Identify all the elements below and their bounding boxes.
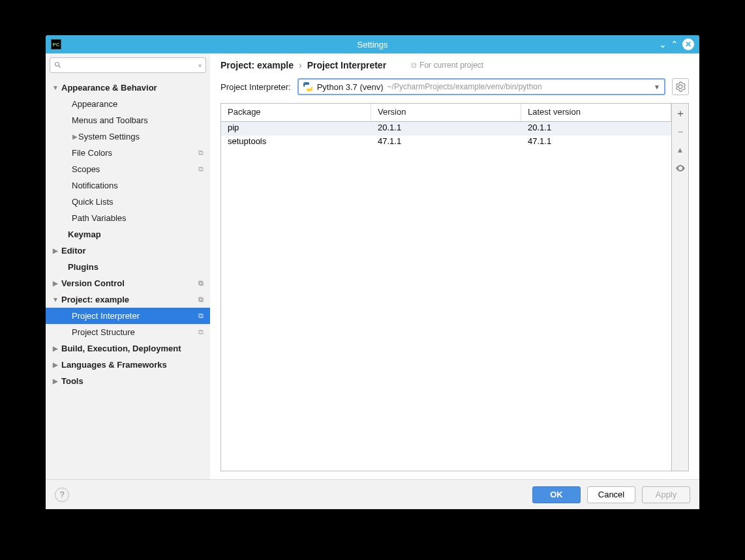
gear-icon xyxy=(675,81,686,92)
cancel-button[interactable]: Cancel xyxy=(587,486,635,503)
help-button[interactable]: ? xyxy=(55,488,69,502)
interpreter-name: Python 3.7 (venv) xyxy=(317,82,384,92)
tree-item-quick-lists[interactable]: Quick Lists xyxy=(46,194,210,210)
project-scope-icon: ⧉ xyxy=(198,312,204,320)
tree-item-tools[interactable]: ▶Tools xyxy=(46,373,210,389)
tree-arrow-icon: ▶ xyxy=(72,133,78,140)
tree-item-system-settings[interactable]: ▶System Settings xyxy=(46,128,210,145)
tree-item-appearance-behavior[interactable]: ▼Appearance & Behavior xyxy=(46,80,210,96)
breadcrumb-project: Project: example xyxy=(220,60,294,70)
tree-item-version-control[interactable]: ▶Version Control⧉ xyxy=(46,275,210,291)
show-early-releases-button[interactable] xyxy=(672,162,688,174)
tree-item-scopes[interactable]: Scopes⧉ xyxy=(46,161,210,177)
project-scope-icon: ⧉ xyxy=(198,279,204,287)
packages-table-container: Package Version Latest version pip20.1.1… xyxy=(220,103,689,471)
table-cell: 47.1.1 xyxy=(521,136,671,149)
breadcrumb-separator: › xyxy=(299,60,302,70)
breadcrumb: Project: example › Project Interpreter ⧉… xyxy=(210,53,699,76)
tree-item-label: File Colors xyxy=(72,148,210,158)
close-button[interactable]: ✕ xyxy=(682,38,694,50)
tree-item-project-example[interactable]: ▼Project: example⧉ xyxy=(46,291,210,308)
packages-table: Package Version Latest version pip20.1.1… xyxy=(221,104,671,471)
tree-item-label: Keymap xyxy=(68,229,210,239)
upgrade-package-button[interactable]: ▲ xyxy=(672,144,688,156)
tree-item-path-variables[interactable]: Path Variables xyxy=(46,210,210,226)
svg-point-0 xyxy=(55,63,59,66)
tree-item-label: Languages & Frameworks xyxy=(61,360,210,370)
tree-item-file-colors[interactable]: File Colors⧉ xyxy=(46,145,210,161)
window-controls: ⌄ ⌃ ✕ xyxy=(659,38,694,50)
tree-item-label: Project Structure xyxy=(72,327,210,337)
tree-arrow-icon: ▶ xyxy=(52,280,59,287)
settings-window: PC Settings ⌄ ⌃ ✕ ▾ ▼Appearance & Behavi… xyxy=(46,35,699,509)
tree-item-label: Quick Lists xyxy=(72,197,210,207)
current-project-hint: ⧉ For current project xyxy=(411,61,483,70)
chevron-down-icon[interactable]: ⌄ xyxy=(659,39,667,50)
header-package[interactable]: Package xyxy=(221,104,371,121)
tree-item-project-interpreter[interactable]: Project Interpreter⧉ xyxy=(46,308,210,324)
svg-line-1 xyxy=(59,66,61,68)
header-version[interactable]: Version xyxy=(371,104,521,121)
tree-item-label: Version Control xyxy=(61,278,210,288)
search-dropdown-icon[interactable]: ▾ xyxy=(198,62,202,69)
tree-item-label: System Settings xyxy=(78,132,210,141)
table-cell: pip xyxy=(221,122,371,136)
tree-item-keymap[interactable]: Keymap xyxy=(46,226,210,243)
tree-arrow-icon: ▼ xyxy=(52,296,59,303)
search-input[interactable]: ▾ xyxy=(50,57,206,73)
dialog-footer: ? OK Cancel Apply xyxy=(46,479,699,509)
ok-button[interactable]: OK xyxy=(532,486,581,503)
main-panel: Project: example › Project Interpreter ⧉… xyxy=(210,53,699,479)
project-scope-icon: ⧉ xyxy=(198,328,204,336)
tree-item-plugins[interactable]: Plugins xyxy=(46,259,210,275)
tree-item-label: Menus and Toolbars xyxy=(72,115,210,125)
table-body: pip20.1.120.1.1setuptools47.1.147.1.1 xyxy=(221,122,671,149)
tree-item-label: Editor xyxy=(61,246,210,256)
tree-item-notifications[interactable]: Notifications xyxy=(46,177,210,194)
tree-arrow-icon: ▶ xyxy=(52,361,59,368)
table-cell: 47.1.1 xyxy=(371,136,521,149)
search-field[interactable] xyxy=(65,61,198,70)
tree-item-label: Tools xyxy=(61,376,210,386)
content-area: ▾ ▼Appearance & BehaviorAppearanceMenus … xyxy=(46,53,699,479)
sidebar: ▾ ▼Appearance & BehaviorAppearanceMenus … xyxy=(46,53,210,479)
eye-icon xyxy=(675,163,686,173)
tree-item-label: Path Variables xyxy=(72,213,210,223)
interpreter-dropdown[interactable]: Python 3.7 (venv) ~/PycharmProjects/exam… xyxy=(297,78,665,95)
tree-item-appearance[interactable]: Appearance xyxy=(46,96,210,112)
app-icon: PC xyxy=(51,39,61,50)
apply-button[interactable]: Apply xyxy=(642,486,690,503)
tree-arrow-icon: ▶ xyxy=(52,345,59,352)
tree-item-menus-and-toolbars[interactable]: Menus and Toolbars xyxy=(46,112,210,128)
tree-item-label: Project Interpreter xyxy=(72,311,210,321)
table-toolbar: ＋ － ▲ xyxy=(671,104,688,471)
tree-item-label: Scopes xyxy=(72,164,210,174)
project-scope-icon: ⧉ xyxy=(198,165,204,173)
table-cell: 20.1.1 xyxy=(521,122,671,136)
table-cell: 20.1.1 xyxy=(371,122,521,136)
tree-item-project-structure[interactable]: Project Structure⧉ xyxy=(46,324,210,340)
copy-icon: ⧉ xyxy=(411,61,417,70)
titlebar: PC Settings ⌄ ⌃ ✕ xyxy=(46,35,699,53)
window-title: Settings xyxy=(357,40,388,50)
table-row[interactable]: setuptools47.1.147.1.1 xyxy=(221,136,671,149)
dropdown-arrow-icon: ▼ xyxy=(654,83,660,91)
table-row[interactable]: pip20.1.120.1.1 xyxy=(221,122,671,136)
tree-item-label: Appearance & Behavior xyxy=(61,83,210,93)
tree-item-build-execution-deployment[interactable]: ▶Build, Execution, Deployment xyxy=(46,340,210,357)
table-cell: setuptools xyxy=(221,136,371,149)
add-package-button[interactable]: ＋ xyxy=(672,108,688,119)
tree-item-editor[interactable]: ▶Editor xyxy=(46,243,210,259)
chevron-up-icon[interactable]: ⌃ xyxy=(671,39,678,50)
header-latest[interactable]: Latest version xyxy=(521,104,671,121)
search-icon xyxy=(54,61,62,69)
interpreter-path: ~/PycharmProjects/example/venv/bin/pytho… xyxy=(388,82,542,91)
tree-item-languages-frameworks[interactable]: ▶Languages & Frameworks xyxy=(46,357,210,373)
tree-arrow-icon: ▶ xyxy=(52,377,59,385)
interpreter-settings-button[interactable] xyxy=(672,78,689,95)
python-icon xyxy=(303,81,313,92)
remove-package-button[interactable]: － xyxy=(672,126,688,138)
tree-item-label: Plugins xyxy=(68,262,210,272)
tree-arrow-icon: ▶ xyxy=(52,247,59,254)
breadcrumb-page: Project Interpreter xyxy=(307,60,386,70)
